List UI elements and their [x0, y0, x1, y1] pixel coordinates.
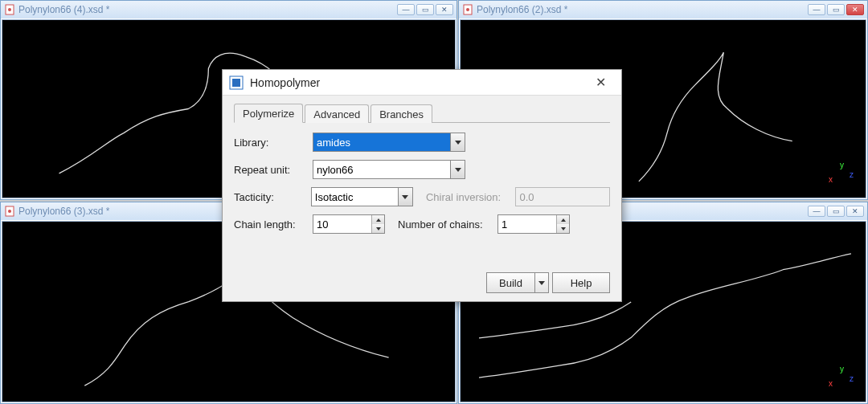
- minimize-button[interactable]: —: [808, 4, 825, 15]
- dialog-button-row: Build Help: [234, 264, 610, 293]
- axis-gizmo: x y z: [213, 365, 245, 397]
- label-tacticity: Tacticity:: [234, 191, 311, 203]
- tacticity-combobox[interactable]: Isotactic: [311, 187, 413, 206]
- axis-gizmo: x y z: [829, 365, 861, 397]
- chevron-down-icon: [561, 227, 566, 231]
- minimize-button[interactable]: —: [397, 4, 415, 15]
- axis-y-label: y: [840, 161, 844, 169]
- dialog-titlebar[interactable]: Homopolymer ✕: [223, 70, 621, 96]
- dialog-body: Polymerize Advanced Branches Library: am…: [223, 96, 621, 301]
- tab-branches[interactable]: Branches: [371, 104, 432, 123]
- library-combobox[interactable]: amides: [313, 133, 465, 152]
- close-button[interactable]: ✕: [846, 206, 864, 217]
- tab-polymerize[interactable]: Polymerize: [234, 104, 303, 123]
- form-area: Library: amides Repeat unit: nylon66 Tac…: [234, 123, 610, 242]
- viewer-title: Polynylon66 (4).xsd *: [18, 4, 394, 15]
- tab-advanced[interactable]: Advanced: [305, 104, 369, 123]
- build-split-button: Build: [486, 272, 549, 293]
- help-button[interactable]: Help: [552, 272, 610, 293]
- window-controls: — ▭ ✕: [808, 4, 864, 15]
- dialog-close-button[interactable]: ✕: [586, 73, 615, 92]
- axis-y-label: y: [840, 365, 844, 373]
- close-button[interactable]: ✕: [846, 4, 864, 15]
- chevron-up-icon: [561, 218, 566, 222]
- repeat-unit-combobox[interactable]: nylon66: [313, 160, 465, 179]
- window-controls: — ▭ ✕: [397, 4, 453, 15]
- chevron-down-icon: [376, 227, 381, 231]
- document-icon: [4, 206, 15, 217]
- minimize-button[interactable]: —: [808, 206, 825, 217]
- spinner-down-button[interactable]: [372, 224, 384, 233]
- document-icon: [462, 4, 473, 15]
- svg-point-5: [8, 210, 11, 213]
- tacticity-value: Isotactic: [312, 188, 398, 206]
- axis-z-label: z: [850, 170, 854, 179]
- svg-rect-9: [232, 79, 240, 87]
- maximize-button[interactable]: ▭: [827, 206, 845, 217]
- chevron-down-icon: [455, 141, 461, 145]
- homopolymer-dialog: Homopolymer ✕ Polymerize Advanced Branch…: [222, 69, 622, 302]
- chevron-down-icon: [402, 195, 408, 199]
- dropdown-button[interactable]: [398, 188, 412, 206]
- number-of-chains-spinner[interactable]: 1: [497, 214, 570, 234]
- label-chain-length: Chain length:: [234, 218, 313, 231]
- label-library: Library:: [234, 137, 313, 149]
- chain-length-spinner[interactable]: 10: [313, 214, 385, 234]
- tab-strip: Polymerize Advanced Branches: [234, 102, 610, 123]
- spinner-up-button[interactable]: [372, 215, 384, 224]
- svg-point-1: [8, 8, 11, 11]
- label-repeat-unit: Repeat unit:: [234, 164, 313, 176]
- app-icon: [229, 75, 244, 90]
- dropdown-button[interactable]: [450, 161, 465, 178]
- close-button[interactable]: ✕: [436, 4, 453, 15]
- axis-x-label: x: [829, 175, 833, 184]
- spinner-up-button[interactable]: [557, 215, 569, 224]
- chevron-down-icon: [455, 168, 461, 172]
- dropdown-button[interactable]: [450, 133, 465, 151]
- dialog-title: Homopolymer: [250, 76, 586, 89]
- viewer-titlebar[interactable]: Polynylon66 (4).xsd * — ▭ ✕: [1, 1, 457, 18]
- spinner-down-button[interactable]: [557, 224, 569, 233]
- build-button[interactable]: Build: [486, 272, 534, 293]
- repeat-unit-value: nylon66: [313, 161, 450, 178]
- number-of-chains-value: 1: [498, 218, 556, 231]
- build-dropdown-button[interactable]: [534, 272, 549, 293]
- label-chiral-inversion: Chiral inversion:: [413, 191, 515, 203]
- viewer-title: Polynylon66 (2).xsd *: [477, 4, 805, 15]
- chevron-up-icon: [376, 218, 381, 222]
- svg-point-3: [466, 8, 469, 11]
- window-controls: — ▭ ✕: [808, 206, 864, 217]
- axis-y-label: y: [220, 365, 225, 376]
- maximize-button[interactable]: ▭: [416, 4, 434, 15]
- axis-z-label: z: [227, 365, 232, 376]
- document-icon: [4, 4, 15, 15]
- maximize-button[interactable]: ▭: [827, 4, 845, 15]
- axis-x-label: x: [213, 365, 218, 376]
- chiral-inversion-field: 0.0: [515, 187, 610, 206]
- close-icon: ✕: [596, 75, 606, 90]
- chain-length-value: 10: [313, 218, 371, 231]
- axis-z-label: z: [850, 374, 854, 383]
- viewer-titlebar[interactable]: Polynylon66 (2).xsd * — ▭ ✕: [459, 1, 867, 18]
- axis-gizmo: x y z: [829, 161, 861, 193]
- label-number-of-chains: Number of chains:: [385, 218, 497, 231]
- axis-x-label: x: [829, 379, 833, 388]
- chevron-down-icon: [538, 281, 545, 285]
- library-value: amides: [313, 133, 450, 151]
